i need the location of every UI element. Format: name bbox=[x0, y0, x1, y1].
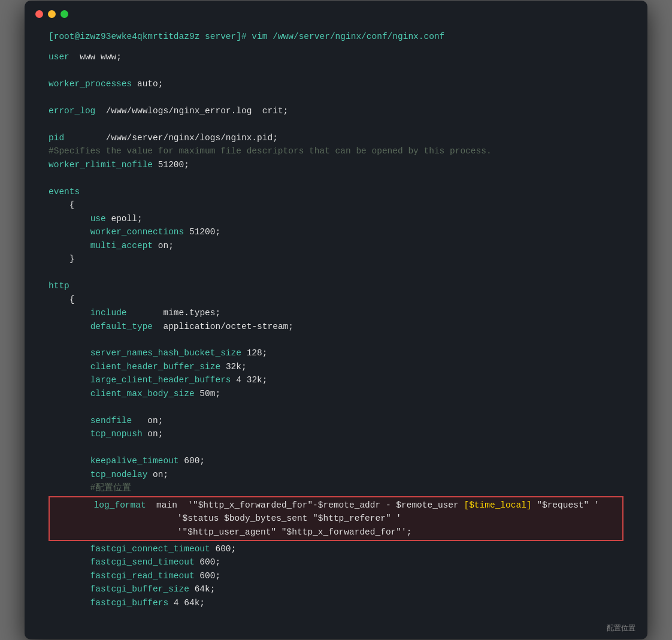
code-line-blank3 bbox=[49, 117, 623, 131]
code-line-fastcgi-buffer-size: fastcgi_buffer_size 64k; bbox=[49, 582, 623, 596]
code-line-open-brace1: { bbox=[49, 198, 623, 212]
code-line-worker-rlimit: worker_rlimit_nofile 51200; bbox=[49, 158, 623, 171]
code-line-tcp-nopush: tcp_nopush on; bbox=[49, 427, 623, 440]
highlighted-log-format: log_format main '"$http_x_forwarded_for"… bbox=[49, 496, 623, 541]
code-line-large-client: large_client_header_buffers 4 32k; bbox=[49, 373, 623, 387]
code-line-blank5 bbox=[49, 266, 623, 279]
code-line-open-brace2: { bbox=[49, 293, 623, 306]
code-line-blank2 bbox=[49, 91, 623, 104]
code-line-log-format3: '"$http_user_agent" "$http_x_forwarded_f… bbox=[52, 526, 620, 539]
code-line-sendfile: sendfile on; bbox=[49, 414, 623, 427]
code-line-fastcgi-send: fastcgi_send_timeout 600; bbox=[49, 556, 623, 569]
code-line-include: include mime.types; bbox=[49, 306, 623, 319]
code-line-server-names: server_names_hash_bucket_size 128; bbox=[49, 346, 623, 360]
code-line-log-format1: log_format main '"$http_x_forwarded_for"… bbox=[52, 499, 620, 512]
code-line-blank7 bbox=[49, 400, 623, 413]
code-line-error-log: error_log /www/wwwlogs/nginx_error.log c… bbox=[49, 104, 623, 117]
code-line-blank8 bbox=[49, 441, 623, 454]
code-block: [root@izwz93ewke4qkmrtitdaz9z server]# v… bbox=[49, 30, 623, 610]
code-line-use: use epoll; bbox=[49, 212, 623, 225]
code-line-worker-conn: worker_connections 51200; bbox=[49, 225, 623, 239]
code-line-fastcgi-read: fastcgi_read_timeout 600; bbox=[49, 569, 623, 582]
code-line-comment2: #配置位置 bbox=[49, 481, 623, 494]
code-line-keepalive: keepalive_timeout 600; bbox=[49, 454, 623, 467]
maximize-button[interactable] bbox=[60, 10, 68, 18]
prompt-line: [root@izwz93ewke4qkmrtitdaz9z server]# v… bbox=[49, 30, 623, 43]
code-line-worker-proc: worker_processes auto; bbox=[49, 77, 623, 90]
titlebar bbox=[25, 1, 647, 25]
code-line-fastcgi-connect: fastcgi_connect_timeout 600; bbox=[49, 542, 623, 556]
code-line-blank6 bbox=[49, 333, 623, 346]
code-line-close-brace1: } bbox=[49, 252, 623, 265]
code-line-user: user www www; bbox=[49, 50, 623, 64]
code-line-pid: pid /www/server/nginx/logs/nginx.pid; bbox=[49, 131, 623, 144]
code-line-http: http bbox=[49, 279, 623, 292]
code-line-tcp-nodelay: tcp_nodelay on; bbox=[49, 468, 623, 481]
code-line-blank1 bbox=[49, 64, 623, 77]
minimize-button[interactable] bbox=[48, 10, 56, 18]
code-line-comment: #Specifies the value for maximum file de… bbox=[49, 144, 623, 158]
terminal-content: [root@izwz93ewke4qkmrtitdaz9z server]# v… bbox=[25, 25, 647, 622]
code-line-blank4 bbox=[49, 171, 623, 185]
code-line-client-max: client_max_body_size 50m; bbox=[49, 387, 623, 400]
code-line-default-type: default_type application/octet-stream; bbox=[49, 320, 623, 333]
code-line-client-header: client_header_buffer_size 32k; bbox=[49, 360, 623, 373]
code-line-multi-accept: multi_accept on; bbox=[49, 239, 623, 252]
close-button[interactable] bbox=[35, 10, 43, 18]
code-line-log-format2: '$status $body_bytes_sent "$http_referer… bbox=[52, 512, 620, 525]
code-line-fastcgi-buffers: fastcgi_buffers 4 64k; bbox=[49, 596, 623, 609]
watermark: 配置位置 bbox=[607, 623, 635, 633]
code-line-events: events bbox=[49, 185, 623, 198]
terminal-window: [root@izwz93ewke4qkmrtitdaz9z server]# v… bbox=[25, 1, 647, 640]
